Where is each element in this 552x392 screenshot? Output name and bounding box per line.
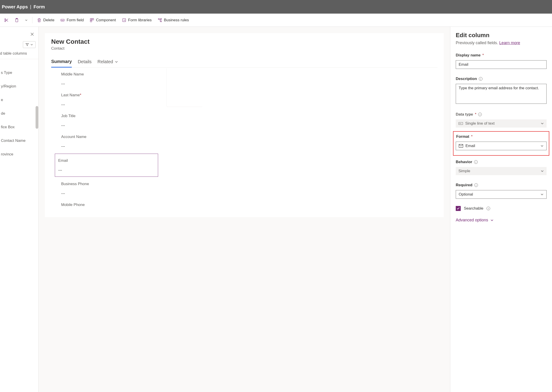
column-list: s Type y/Region e de fice Box Contact Na… [0,66,38,161]
tab-details[interactable]: Details [78,59,91,67]
field-job-title[interactable]: Job Title --- [61,112,155,130]
field-middle-name[interactable]: Middle Name --- [61,70,155,88]
edit-column-panel: Edit column Previously called fields. Le… [450,27,552,392]
info-icon[interactable]: i [487,207,490,210]
field-value: --- [61,123,155,128]
required-select[interactable]: Optional [456,190,546,199]
field-business-phone[interactable]: Business Phone --- [61,180,155,198]
form-subtitle: Contact [51,46,437,51]
business-rules-label: Business rules [164,18,189,22]
field-account-name[interactable]: Account Name --- [61,133,155,150]
form-canvas: New Contact Contact Summary Details Rela… [39,27,450,392]
display-name-input[interactable] [456,60,546,69]
list-item[interactable]: rovince [0,147,38,161]
data-type-label: Data type* i [456,112,546,117]
text-icon: Abc [458,122,463,125]
field-label: Middle Name [61,72,155,77]
field-label: Job Title [61,114,155,118]
chevron-down-icon [540,193,544,196]
scrollbar-thumb[interactable] [35,106,38,129]
chevron-down-icon [541,122,544,125]
clipboard-icon [14,18,19,22]
display-name-label: Display name* [456,53,546,57]
component-label: Component [96,18,116,22]
delete-label: Delete [43,18,54,22]
js-icon: JS [122,18,126,22]
required-label: Required i [456,183,546,187]
header-separator: | [30,4,31,9]
info-icon[interactable]: i [474,183,478,187]
field-label: Business Phone [61,182,155,186]
business-rules-button[interactable]: Business rules [155,17,191,24]
filter-button[interactable] [23,41,35,48]
list-item[interactable]: de [0,107,38,120]
tab-summary[interactable]: Summary [51,59,72,68]
trash-icon [37,18,41,22]
info-icon[interactable]: i [478,113,482,116]
paste-dropdown[interactable] [23,17,30,23]
app-name: Power Apps [2,4,28,9]
scissors-icon [4,18,9,22]
format-highlight-box: Format* Email [453,131,549,156]
svg-text:Abc: Abc [61,20,64,21]
form-field-button[interactable]: Abc Form field [58,17,86,24]
chevron-down-icon [115,60,118,63]
app-header: Power Apps | Form [0,0,552,14]
form-fields-column: Middle Name --- Last Name* --- Job Title… [51,68,155,212]
learn-more-link[interactable]: Learn more [499,41,520,45]
left-section-label: d table columns [0,48,38,59]
list-item[interactable]: Contact Name [0,134,38,147]
searchable-label: Searchable [464,206,483,211]
form-libraries-button[interactable]: JS Form libraries [120,17,154,24]
form-title: New Contact [51,38,437,45]
delete-button[interactable]: Delete [35,17,57,24]
toolbar: Delete Abc Form field Component JS Form … [0,14,552,27]
svg-point-0 [5,19,6,20]
list-item[interactable]: s Type [0,66,38,79]
description-input[interactable] [456,84,546,104]
field-value: --- [61,191,155,196]
list-item[interactable]: y/Region [0,79,38,93]
svg-rect-13 [160,18,161,20]
chevron-down-icon [490,219,494,222]
field-mobile-phone[interactable]: Mobile Phone [61,201,155,209]
field-label: Email [58,158,155,163]
field-last-name[interactable]: Last Name* --- [61,91,155,109]
close-left-pane-button[interactable] [30,32,34,36]
info-icon[interactable]: i [474,160,478,164]
svg-rect-7 [92,18,94,20]
flow-icon [158,18,162,22]
form-side-placeholder [166,68,202,107]
svg-point-1 [5,20,6,21]
cut-button[interactable] [2,17,11,24]
svg-text:Abc: Abc [459,123,461,124]
field-label: Account Name [61,135,155,139]
format-select[interactable]: Email [456,142,546,150]
left-pane: d table columns s Type y/Region e de fic… [0,27,39,392]
list-item[interactable]: fice Box [0,120,38,134]
behavior-label: Behavior i [456,160,546,164]
advanced-options-link[interactable]: Advanced options [456,218,546,223]
form-field-label: Form field [67,18,84,22]
field-label: Last Name* [61,93,155,98]
chevron-down-icon [30,43,33,46]
list-item[interactable]: e [0,93,38,107]
field-value: --- [61,144,155,149]
svg-point-11 [158,18,159,20]
form-card: New Contact Contact Summary Details Rela… [45,33,444,217]
tab-related[interactable]: Related [97,59,118,67]
searchable-checkbox[interactable] [456,206,461,211]
component-icon [90,18,94,22]
svg-rect-8 [90,20,92,22]
field-email[interactable]: Email --- [55,154,158,177]
behavior-select: Simple [456,167,546,175]
component-button[interactable]: Component [87,17,118,24]
info-icon[interactable]: i [479,77,483,81]
field-value: --- [61,82,155,86]
data-type-select: Abc Single line of text [456,119,546,128]
svg-rect-6 [90,18,92,20]
field-label: Mobile Phone [61,203,155,207]
paste-button[interactable] [12,17,21,24]
filter-icon [25,43,29,46]
svg-rect-16 [459,144,463,147]
